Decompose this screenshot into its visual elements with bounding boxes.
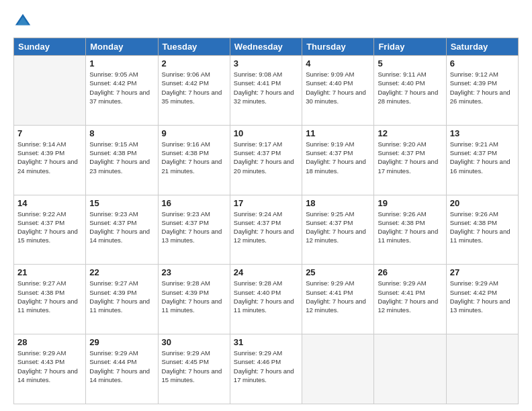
calendar-cell: 13Sunrise: 9:21 AM Sunset: 4:37 PM Dayli… xyxy=(446,125,518,195)
day-number: 9 xyxy=(162,128,226,138)
calendar-cell: 6Sunrise: 9:12 AM Sunset: 4:39 PM Daylig… xyxy=(446,56,518,126)
calendar-week-row: 28Sunrise: 9:29 AM Sunset: 4:43 PM Dayli… xyxy=(14,334,519,404)
column-header-thursday: Thursday xyxy=(302,38,374,56)
day-detail: Sunrise: 9:15 AM Sunset: 4:38 PM Dayligh… xyxy=(89,140,154,175)
day-number: 6 xyxy=(450,58,515,68)
calendar-week-row: 1Sunrise: 9:05 AM Sunset: 4:42 PM Daylig… xyxy=(14,56,519,126)
calendar-cell: 8Sunrise: 9:15 AM Sunset: 4:38 PM Daylig… xyxy=(86,125,158,195)
calendar-cell: 7Sunrise: 9:14 AM Sunset: 4:39 PM Daylig… xyxy=(14,125,86,195)
day-detail: Sunrise: 9:24 AM Sunset: 4:37 PM Dayligh… xyxy=(234,210,298,245)
day-number: 4 xyxy=(306,58,370,68)
day-detail: Sunrise: 9:29 AM Sunset: 4:41 PM Dayligh… xyxy=(378,279,442,314)
day-number: 18 xyxy=(306,198,370,208)
calendar-cell: 4Sunrise: 9:09 AM Sunset: 4:40 PM Daylig… xyxy=(302,56,374,126)
calendar-cell: 30Sunrise: 9:29 AM Sunset: 4:45 PM Dayli… xyxy=(158,334,230,404)
day-number: 5 xyxy=(378,58,442,68)
column-header-friday: Friday xyxy=(374,38,446,56)
day-detail: Sunrise: 9:27 AM Sunset: 4:38 PM Dayligh… xyxy=(17,279,82,314)
day-number: 21 xyxy=(17,267,82,277)
page: SundayMondayTuesdayWednesdayThursdayFrid… xyxy=(0,0,532,411)
column-header-saturday: Saturday xyxy=(446,38,518,56)
day-detail: Sunrise: 9:29 AM Sunset: 4:46 PM Dayligh… xyxy=(234,349,298,384)
day-number: 13 xyxy=(450,128,515,138)
day-number: 22 xyxy=(89,267,154,277)
calendar-cell: 28Sunrise: 9:29 AM Sunset: 4:43 PM Dayli… xyxy=(14,334,86,404)
day-number: 19 xyxy=(378,198,442,208)
day-number: 17 xyxy=(234,198,298,208)
day-detail: Sunrise: 9:29 AM Sunset: 4:43 PM Dayligh… xyxy=(17,349,82,384)
day-number: 26 xyxy=(378,267,442,277)
calendar-cell: 2Sunrise: 9:06 AM Sunset: 4:42 PM Daylig… xyxy=(158,56,230,126)
calendar-cell: 24Sunrise: 9:28 AM Sunset: 4:40 PM Dayli… xyxy=(230,265,302,334)
day-detail: Sunrise: 9:23 AM Sunset: 4:37 PM Dayligh… xyxy=(162,210,226,245)
calendar-week-row: 14Sunrise: 9:22 AM Sunset: 4:37 PM Dayli… xyxy=(14,195,519,265)
calendar-cell xyxy=(374,334,446,404)
calendar-header-row: SundayMondayTuesdayWednesdayThursdayFrid… xyxy=(14,38,519,56)
calendar-cell: 15Sunrise: 9:23 AM Sunset: 4:37 PM Dayli… xyxy=(86,195,158,265)
day-number: 8 xyxy=(89,128,154,138)
calendar-cell: 11Sunrise: 9:19 AM Sunset: 4:37 PM Dayli… xyxy=(302,125,374,195)
calendar-cell: 17Sunrise: 9:24 AM Sunset: 4:37 PM Dayli… xyxy=(230,195,302,265)
calendar-cell: 16Sunrise: 9:23 AM Sunset: 4:37 PM Dayli… xyxy=(158,195,230,265)
calendar-cell: 29Sunrise: 9:29 AM Sunset: 4:44 PM Dayli… xyxy=(86,334,158,404)
calendar-cell: 1Sunrise: 9:05 AM Sunset: 4:42 PM Daylig… xyxy=(86,56,158,126)
calendar-cell xyxy=(302,334,374,404)
calendar-cell: 20Sunrise: 9:26 AM Sunset: 4:38 PM Dayli… xyxy=(446,195,518,265)
day-detail: Sunrise: 9:27 AM Sunset: 4:39 PM Dayligh… xyxy=(89,279,154,314)
day-number: 7 xyxy=(17,128,82,138)
calendar-cell: 5Sunrise: 9:11 AM Sunset: 4:40 PM Daylig… xyxy=(374,56,446,126)
calendar-cell: 19Sunrise: 9:26 AM Sunset: 4:38 PM Dayli… xyxy=(374,195,446,265)
day-detail: Sunrise: 9:29 AM Sunset: 4:42 PM Dayligh… xyxy=(450,279,515,314)
day-number: 16 xyxy=(162,198,226,208)
day-detail: Sunrise: 9:22 AM Sunset: 4:37 PM Dayligh… xyxy=(17,210,82,245)
day-number: 31 xyxy=(234,337,298,347)
day-number: 2 xyxy=(162,58,226,68)
calendar-cell: 18Sunrise: 9:25 AM Sunset: 4:37 PM Dayli… xyxy=(302,195,374,265)
calendar-week-row: 21Sunrise: 9:27 AM Sunset: 4:38 PM Dayli… xyxy=(14,265,519,334)
day-detail: Sunrise: 9:08 AM Sunset: 4:41 PM Dayligh… xyxy=(234,70,298,105)
day-detail: Sunrise: 9:16 AM Sunset: 4:38 PM Dayligh… xyxy=(162,140,226,175)
day-detail: Sunrise: 9:25 AM Sunset: 4:37 PM Dayligh… xyxy=(306,210,370,245)
logo xyxy=(13,12,35,31)
calendar-table: SundayMondayTuesdayWednesdayThursdayFrid… xyxy=(13,38,519,404)
header xyxy=(13,12,519,31)
day-detail: Sunrise: 9:23 AM Sunset: 4:37 PM Dayligh… xyxy=(89,210,154,245)
day-number: 30 xyxy=(162,337,226,347)
calendar-cell: 14Sunrise: 9:22 AM Sunset: 4:37 PM Dayli… xyxy=(14,195,86,265)
day-number: 12 xyxy=(378,128,442,138)
day-detail: Sunrise: 9:28 AM Sunset: 4:39 PM Dayligh… xyxy=(162,279,226,314)
day-number: 23 xyxy=(162,267,226,277)
calendar-week-row: 7Sunrise: 9:14 AM Sunset: 4:39 PM Daylig… xyxy=(14,125,519,195)
day-detail: Sunrise: 9:26 AM Sunset: 4:38 PM Dayligh… xyxy=(450,210,515,245)
day-detail: Sunrise: 9:14 AM Sunset: 4:39 PM Dayligh… xyxy=(17,140,82,175)
day-detail: Sunrise: 9:21 AM Sunset: 4:37 PM Dayligh… xyxy=(450,140,515,175)
column-header-sunday: Sunday xyxy=(14,38,86,56)
day-detail: Sunrise: 9:29 AM Sunset: 4:44 PM Dayligh… xyxy=(89,349,154,384)
day-detail: Sunrise: 9:19 AM Sunset: 4:37 PM Dayligh… xyxy=(306,140,370,175)
day-number: 3 xyxy=(234,58,298,68)
day-number: 29 xyxy=(89,337,154,347)
day-number: 24 xyxy=(234,267,298,277)
day-detail: Sunrise: 9:29 AM Sunset: 4:45 PM Dayligh… xyxy=(162,349,226,384)
calendar-cell: 3Sunrise: 9:08 AM Sunset: 4:41 PM Daylig… xyxy=(230,56,302,126)
day-detail: Sunrise: 9:09 AM Sunset: 4:40 PM Dayligh… xyxy=(306,70,370,105)
day-number: 25 xyxy=(306,267,370,277)
calendar-cell: 26Sunrise: 9:29 AM Sunset: 4:41 PM Dayli… xyxy=(374,265,446,334)
column-header-wednesday: Wednesday xyxy=(230,38,302,56)
day-detail: Sunrise: 9:29 AM Sunset: 4:41 PM Dayligh… xyxy=(306,279,370,314)
day-number: 20 xyxy=(450,198,515,208)
day-detail: Sunrise: 9:17 AM Sunset: 4:37 PM Dayligh… xyxy=(234,140,298,175)
day-detail: Sunrise: 9:28 AM Sunset: 4:40 PM Dayligh… xyxy=(234,279,298,314)
logo-icon xyxy=(13,12,32,31)
column-header-tuesday: Tuesday xyxy=(158,38,230,56)
calendar-cell: 10Sunrise: 9:17 AM Sunset: 4:37 PM Dayli… xyxy=(230,125,302,195)
calendar-cell: 27Sunrise: 9:29 AM Sunset: 4:42 PM Dayli… xyxy=(446,265,518,334)
day-number: 14 xyxy=(17,198,82,208)
day-detail: Sunrise: 9:20 AM Sunset: 4:37 PM Dayligh… xyxy=(378,140,442,175)
calendar-cell: 25Sunrise: 9:29 AM Sunset: 4:41 PM Dayli… xyxy=(302,265,374,334)
calendar-cell xyxy=(446,334,518,404)
calendar-cell xyxy=(14,56,86,126)
day-number: 11 xyxy=(306,128,370,138)
day-number: 1 xyxy=(89,58,154,68)
column-header-monday: Monday xyxy=(86,38,158,56)
